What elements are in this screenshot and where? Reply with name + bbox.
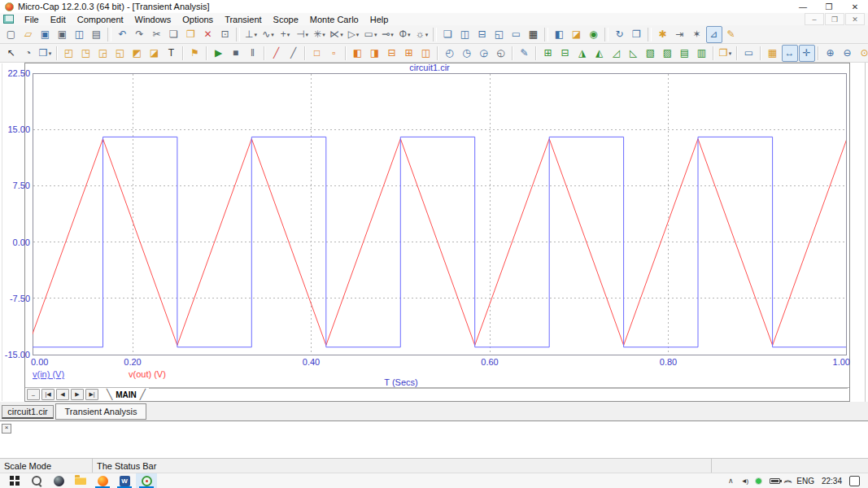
graphics-picture-button[interactable]: ◰ bbox=[61, 45, 77, 62]
window-small-button[interactable]: ▭ bbox=[741, 45, 757, 62]
info-panel-close-icon[interactable]: × bbox=[2, 424, 11, 434]
select-region-dashed-button[interactable]: ▫ bbox=[326, 45, 342, 62]
slope-analysis-button[interactable]: ╱ bbox=[268, 45, 285, 62]
component-resistor-button[interactable]: ▭▾ bbox=[363, 26, 379, 43]
component-meter-button[interactable]: Φ▾ bbox=[397, 26, 413, 43]
plot-properties-button[interactable]: ✎ bbox=[517, 45, 533, 62]
close-button[interactable]: ✕ bbox=[842, 0, 868, 13]
start-button[interactable] bbox=[4, 473, 25, 488]
component-lamp-button[interactable]: ☼▾ bbox=[414, 26, 430, 43]
flag-mode-button[interactable]: ⚑ bbox=[187, 45, 203, 62]
data-grid-button[interactable]: ▦ bbox=[765, 45, 781, 62]
menu-component[interactable]: Component bbox=[72, 14, 129, 25]
component-battery-button[interactable]: +▾ bbox=[277, 26, 294, 43]
pane-right-button[interactable]: ◨ bbox=[367, 45, 383, 62]
component-inductor-button[interactable]: ✳▾ bbox=[312, 26, 328, 43]
calculator-button[interactable]: ▦ bbox=[526, 26, 542, 43]
pane-rows-button[interactable]: ⊟ bbox=[384, 45, 400, 62]
graphics-diagram-button[interactable]: ◪ bbox=[146, 45, 163, 62]
cursor-inflection-button[interactable]: ◺ bbox=[626, 45, 642, 62]
scale-mode-button[interactable]: ↔ bbox=[782, 45, 798, 62]
run-button[interactable]: ▶ bbox=[211, 45, 227, 62]
zoom-window-button[interactable]: ⊙ bbox=[857, 45, 868, 62]
graphics-rectangle-button[interactable]: ◩ bbox=[129, 45, 146, 62]
language-label[interactable]: ENG bbox=[796, 477, 814, 486]
component-transistor-button[interactable]: ⋉▾ bbox=[329, 26, 345, 43]
select-all-button[interactable]: ⊡ bbox=[217, 26, 233, 43]
cascade-windows-button[interactable]: ❏ bbox=[440, 26, 456, 43]
pane-grid-button[interactable]: ⊞ bbox=[401, 45, 417, 62]
component-editor-button[interactable]: ◪ bbox=[569, 26, 585, 43]
graphics-polygon-button[interactable]: ◳ bbox=[78, 45, 94, 62]
tile-horizontal-button[interactable]: ⊟ bbox=[474, 26, 491, 43]
graphics-ellipse-button[interactable]: ◱ bbox=[112, 45, 129, 62]
new-file-button[interactable]: ▢ bbox=[3, 26, 20, 43]
clipboard-button[interactable]: ❐▾ bbox=[718, 45, 734, 62]
action-center-icon[interactable] bbox=[849, 476, 860, 486]
slope-off-button[interactable]: ╱ bbox=[286, 45, 302, 62]
preferences-button[interactable]: ✱ bbox=[655, 26, 671, 43]
menu-scope[interactable]: Scope bbox=[268, 14, 304, 25]
save-as-button[interactable]: ▣ bbox=[55, 26, 71, 43]
cursor-low-button[interactable]: ▨ bbox=[660, 45, 676, 62]
cursor-slope-button[interactable]: ◿ bbox=[608, 45, 625, 62]
sync-status-icon[interactable] bbox=[755, 477, 762, 485]
battery-icon[interactable] bbox=[770, 478, 780, 484]
next-page-button[interactable]: ▶ bbox=[71, 389, 84, 400]
menu-edit[interactable]: Edit bbox=[45, 14, 72, 25]
refresh-models-button[interactable]: ↻ bbox=[612, 26, 628, 43]
go-to-marker-button[interactable]: ⇥ bbox=[672, 26, 688, 43]
zoom-auto-button[interactable]: ◴ bbox=[442, 45, 458, 62]
open-file-button[interactable]: ▱ bbox=[20, 26, 37, 43]
component-diode-button[interactable]: ⊸▾ bbox=[380, 26, 396, 43]
menu-windows[interactable]: Windows bbox=[129, 14, 177, 25]
pane-columns-button[interactable]: ◫ bbox=[418, 45, 434, 62]
first-page-button[interactable]: |◀ bbox=[41, 389, 55, 400]
paste-button[interactable]: ❐ bbox=[183, 26, 199, 43]
menu-options[interactable]: Options bbox=[177, 14, 219, 25]
pane-left-button[interactable]: ◧ bbox=[350, 45, 366, 62]
cursor-valley-button[interactable]: ◭ bbox=[591, 45, 608, 62]
cut-button[interactable]: ✂ bbox=[149, 26, 165, 43]
zoom-restore-button[interactable]: ◷ bbox=[459, 45, 475, 62]
cursor-position-button[interactable]: ⊟ bbox=[557, 45, 574, 62]
zoom-previous-button[interactable]: ◶ bbox=[476, 45, 492, 62]
page-menu-button[interactable]: – bbox=[27, 389, 40, 400]
firefox-app[interactable] bbox=[92, 473, 113, 488]
zoom-out-button[interactable]: ⊖ bbox=[840, 45, 856, 62]
minimize-button[interactable]: — bbox=[790, 0, 816, 13]
task-view-app[interactable] bbox=[48, 473, 69, 488]
graphics-line-button[interactable]: ◲ bbox=[95, 45, 111, 62]
tab-transient-analysis[interactable]: Transient Analysis bbox=[55, 403, 146, 420]
cursor-peak-button[interactable]: ◮ bbox=[574, 45, 591, 62]
cursor-top-button[interactable]: ▤ bbox=[677, 45, 693, 62]
tile-vertical-button[interactable]: ◫ bbox=[457, 26, 473, 43]
save-file-button[interactable]: ▣ bbox=[37, 26, 54, 43]
annotate-plot-button[interactable]: ✎ bbox=[723, 26, 739, 43]
volume-icon[interactable]: ◄) bbox=[741, 477, 748, 485]
cursor-high-button[interactable]: ▧ bbox=[643, 45, 659, 62]
menu-file[interactable]: File bbox=[19, 14, 45, 25]
print-button[interactable]: ▤ bbox=[89, 26, 105, 43]
microcap-app[interactable] bbox=[136, 473, 157, 488]
network-icon[interactable]: (( bbox=[787, 477, 789, 485]
select-mode-button[interactable]: ↖ bbox=[3, 45, 20, 62]
window-dialog-button[interactable]: ❐ bbox=[629, 26, 645, 43]
last-page-button[interactable]: ▶| bbox=[85, 389, 98, 400]
stop-button[interactable]: ■ bbox=[228, 45, 244, 62]
maximize-windows-button[interactable]: ▭ bbox=[508, 26, 525, 43]
menu-transient[interactable]: Transient bbox=[219, 14, 267, 25]
maximize-button[interactable]: ❐ bbox=[816, 0, 842, 13]
component-capacitor-button[interactable]: ⊣▾ bbox=[294, 26, 311, 43]
menu-monte-carlo[interactable]: Monte Carlo bbox=[304, 14, 364, 25]
component-opamp-button[interactable]: ▷▾ bbox=[346, 26, 362, 43]
child-minimize-button[interactable]: – bbox=[805, 13, 824, 25]
text-mode-button[interactable]: T bbox=[164, 45, 180, 62]
tray-expand-icon[interactable]: ∧ bbox=[728, 477, 734, 485]
search-button[interactable] bbox=[26, 473, 47, 488]
show-analysis-plot-button[interactable]: ⊿ bbox=[706, 26, 722, 43]
cursor-select-button[interactable]: ⊞ bbox=[540, 45, 556, 62]
component-ground-button[interactable]: ⊥▾ bbox=[243, 26, 260, 43]
cursor-mode-button[interactable]: ✛ bbox=[799, 45, 815, 62]
select-region-button[interactable]: □ bbox=[309, 45, 325, 62]
